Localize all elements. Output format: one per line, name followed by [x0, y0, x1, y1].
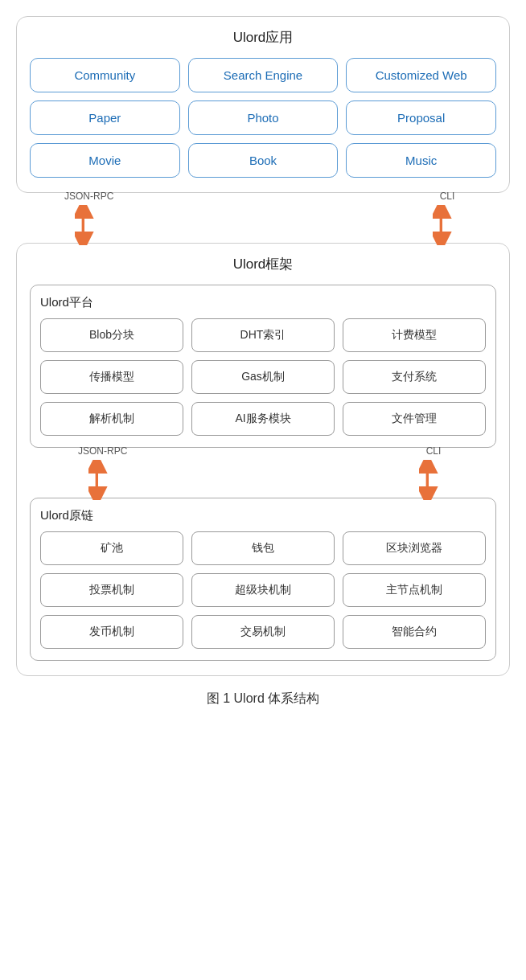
double-arrow-left-2 [88, 460, 117, 500]
arrow-left-2: JSON-RPC [78, 445, 127, 500]
chain-masternode[interactable]: 主节点机制 [343, 573, 486, 607]
framework-section: Ulord框架 Ulord平台 Blob分块 DHT索引 计费模型 传播模型 G… [16, 243, 510, 676]
chain-grid: 矿池 钱包 区块浏览器 投票机制 超级块机制 主节点机制 发币机制 交易机制 智… [40, 531, 486, 649]
chain-title: Ulord原链 [40, 508, 486, 523]
arrow-left-1: JSON-RPC [64, 191, 113, 245]
platform-parse[interactable]: 解析机制 [40, 402, 183, 436]
framework-title: Ulord框架 [30, 255, 496, 273]
chain-pool[interactable]: 矿池 [40, 531, 183, 565]
json-rpc-label-2: JSON-RPC [78, 445, 127, 457]
double-arrow-right-1 [433, 205, 462, 245]
platform-gas[interactable]: Gas机制 [191, 360, 335, 394]
app-customized-web[interactable]: Customized Web [346, 58, 496, 92]
app-section: Ulord应用 Community Search Engine Customiz… [16, 16, 510, 193]
chain-wallet[interactable]: 钱包 [191, 531, 335, 565]
page-container: Ulord应用 Community Search Engine Customiz… [16, 16, 510, 707]
chain-box: Ulord原链 矿池 钱包 区块浏览器 投票机制 超级块机制 主节点机制 发币机… [30, 498, 496, 661]
app-paper[interactable]: Paper [30, 100, 180, 135]
cli-label-1: CLI [440, 191, 455, 202]
platform-broadcast[interactable]: 传播模型 [40, 360, 183, 394]
chain-issuance[interactable]: 发币机制 [40, 615, 183, 649]
platform-box: Ulord平台 Blob分块 DHT索引 计费模型 传播模型 Gas机制 支付系… [30, 285, 496, 448]
platform-file[interactable]: 文件管理 [343, 402, 486, 436]
platform-fee[interactable]: 计费模型 [343, 318, 486, 352]
arrow-right-2: CLI [419, 445, 448, 500]
app-proposal[interactable]: Proposal [346, 100, 496, 135]
platform-ai[interactable]: AI服务模块 [191, 402, 335, 436]
chain-superblock[interactable]: 超级块机制 [191, 573, 335, 607]
app-search-engine[interactable]: Search Engine [188, 58, 339, 92]
app-movie[interactable]: Movie [30, 143, 180, 178]
app-section-title: Ulord应用 [30, 28, 496, 47]
arrow-right-1: CLI [433, 191, 462, 245]
platform-title: Ulord平台 [40, 295, 486, 310]
app-music[interactable]: Music [346, 143, 496, 178]
app-book[interactable]: Book [188, 143, 339, 178]
platform-dht[interactable]: DHT索引 [191, 318, 335, 352]
connector-1: JSON-RPC CLI [16, 193, 510, 243]
platform-blob[interactable]: Blob分块 [40, 318, 183, 352]
chain-trade[interactable]: 交易机制 [191, 615, 335, 649]
platform-grid: Blob分块 DHT索引 计费模型 传播模型 Gas机制 支付系统 解析机制 A… [40, 318, 486, 436]
platform-payment[interactable]: 支付系统 [343, 360, 486, 394]
double-arrow-right-2 [419, 460, 448, 500]
connector-2: JSON-RPC CLI [30, 448, 496, 498]
app-grid: Community Search Engine Customized Web P… [30, 58, 496, 178]
json-rpc-label-1: JSON-RPC [64, 191, 113, 202]
chain-vote[interactable]: 投票机制 [40, 573, 183, 607]
chain-explorer[interactable]: 区块浏览器 [343, 531, 486, 565]
chain-contract[interactable]: 智能合约 [343, 615, 486, 649]
cli-label-2: CLI [426, 445, 442, 457]
caption: 图 1 Ulord 体系结构 [207, 691, 319, 707]
double-arrow-left-1 [75, 205, 104, 245]
app-community[interactable]: Community [30, 58, 180, 92]
app-photo[interactable]: Photo [188, 100, 339, 135]
